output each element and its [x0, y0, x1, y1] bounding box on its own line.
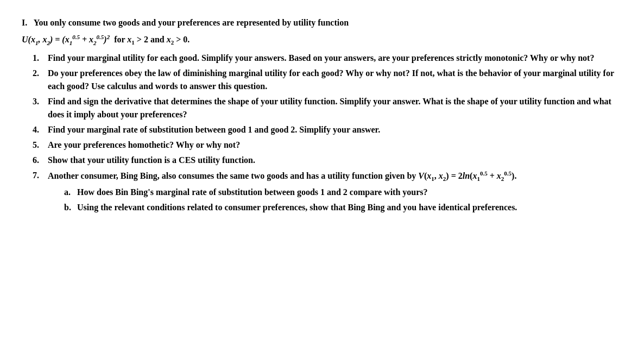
sub-text: How does Bin Bing's marginal rate of sub… [77, 186, 428, 199]
item-number: 7. [33, 169, 45, 182]
utility-function-line: U(x1, x2) = (x10.5 + x20.5)2 for x1 > 2 … [22, 33, 619, 47]
sub-label: a. [64, 186, 74, 199]
item-number: 6. [33, 154, 45, 167]
list-item: 3. Find and sign the derivative that det… [33, 95, 619, 121]
item-text: Show that your utility function is a CES… [48, 154, 255, 167]
section-header: I. You only consume two goods and your p… [22, 16, 619, 29]
list-item: 2. Do your preferences obey the law of d… [33, 67, 619, 93]
main-content: I. You only consume two goods and your p… [22, 16, 619, 216]
list-item: 7. Another consumer, Bing Bing, also con… [33, 169, 619, 216]
utility-function-label: U(x1, x2) = (x10.5 + x20.5)2 [22, 33, 110, 47]
item-content: Another consumer, Bing Bing, also consum… [48, 169, 517, 216]
item-number: 5. [33, 139, 45, 152]
section-label: I. [22, 18, 31, 27]
item-text: Another consumer, Bing Bing, also consum… [48, 171, 516, 180]
item-number: 4. [33, 123, 45, 136]
item-text: Find your marginal utility for each good… [48, 52, 594, 65]
item-number: 1. [33, 52, 45, 65]
questions-list: 1. Find your marginal utility for each g… [22, 52, 619, 216]
sub-label: b. [64, 201, 74, 214]
item-text: Are your preferences homothetic? Why or … [48, 139, 240, 152]
list-item: 4. Find your marginal rate of substituti… [33, 123, 619, 136]
item-text: Find your marginal rate of substitution … [48, 123, 380, 136]
item-text: Find and sign the derivative that determ… [48, 95, 619, 121]
item-number: 3. [33, 95, 45, 108]
list-item: 5. Are your preferences homothetic? Why … [33, 139, 619, 152]
sub-list: a. How does Bin Bing's marginal rate of … [48, 186, 517, 214]
list-item: 1. Find your marginal utility for each g… [33, 52, 619, 65]
item-text: Do your preferences obey the law of dimi… [48, 67, 619, 93]
sub-list-item: a. How does Bin Bing's marginal rate of … [64, 186, 517, 199]
utility-function-condition: for x1 > 2 and x2 > 0. [112, 33, 190, 47]
item-number: 2. [33, 67, 45, 80]
sub-text: Using the relevant conditions related to… [77, 201, 517, 214]
section-intro: You only consume two goods and your pref… [34, 18, 349, 27]
list-item: 6. Show that your utility function is a … [33, 154, 619, 167]
sub-list-item: b. Using the relevant conditions related… [64, 201, 517, 214]
